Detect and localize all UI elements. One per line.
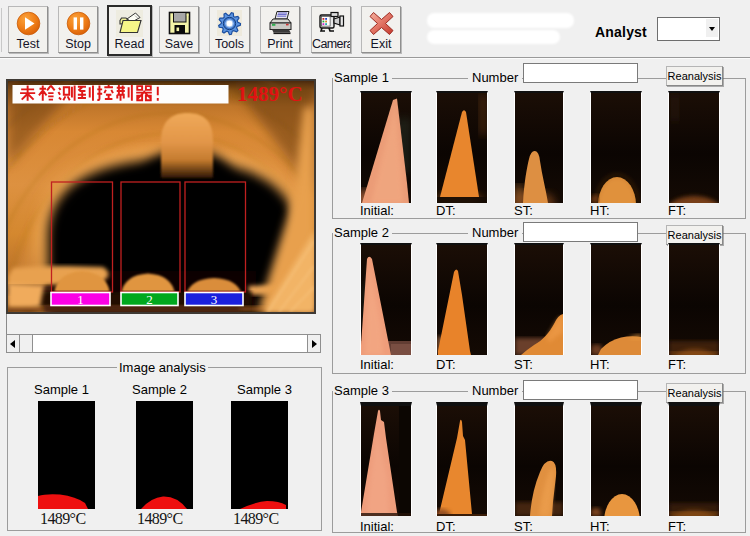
svg-text:1: 1	[77, 292, 84, 307]
svg-text:2: 2	[146, 292, 153, 307]
svg-text:1489°C: 1489°C	[237, 82, 303, 106]
svg-text:3: 3	[211, 292, 218, 307]
